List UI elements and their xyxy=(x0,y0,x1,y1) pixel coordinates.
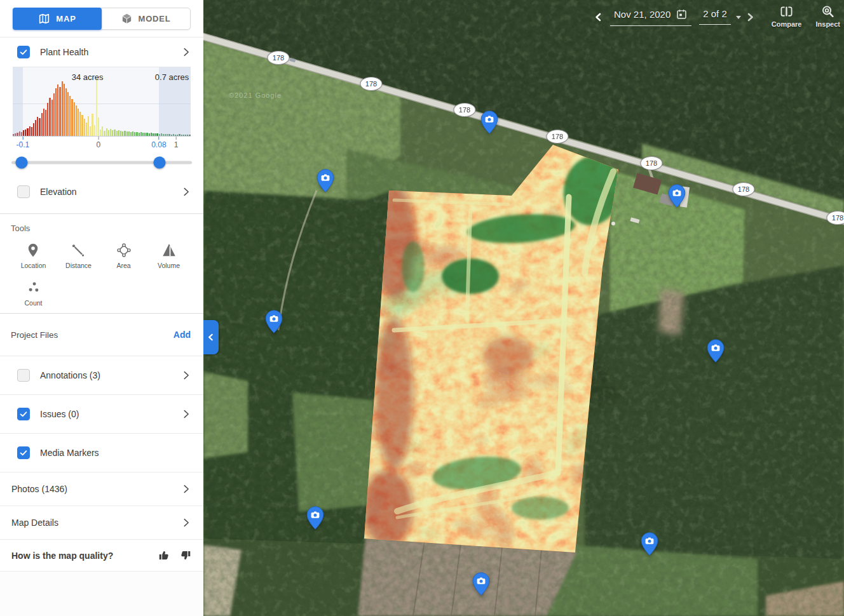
prev-date-button[interactable] xyxy=(591,10,606,25)
camera-marker[interactable] xyxy=(472,572,490,599)
histogram-baseline xyxy=(13,136,191,137)
route-shield: 178 xyxy=(454,103,476,117)
model-tab[interactable]: MODEL xyxy=(101,8,190,29)
axis-tick: 1 xyxy=(174,137,179,149)
plant-health-range-slider xyxy=(11,154,192,171)
chevron-right-icon xyxy=(180,483,192,495)
tool-label: Count xyxy=(24,299,42,307)
media-markers-row[interactable]: Media Markers xyxy=(0,434,203,472)
view-toggle: MAP MODEL xyxy=(13,8,191,30)
project-files-label: Project Files xyxy=(11,330,58,340)
map-version-selector[interactable]: 2 of 2 xyxy=(699,4,731,25)
camera-marker[interactable] xyxy=(707,339,725,366)
route-shield: 178 xyxy=(360,77,383,91)
photos-label: Photos (1436) xyxy=(11,484,67,494)
inspect-icon xyxy=(820,4,835,19)
distance-tool[interactable]: Distance xyxy=(65,242,92,269)
camera-marker[interactable] xyxy=(306,506,324,533)
map-quality-label: How is the map quality? xyxy=(11,551,113,561)
elevation-label: Elevation xyxy=(40,187,77,197)
route-shield: 178 xyxy=(641,156,663,170)
route-shield: 178 xyxy=(268,51,290,65)
volume-tool[interactable]: Volume xyxy=(158,242,180,269)
compare-label: Compare xyxy=(772,20,802,28)
route-shield: 178 xyxy=(827,211,844,225)
map-canvas[interactable]: ©2021 Google 178178178178178178178 Nov 2… xyxy=(203,0,844,616)
chevron-right-icon xyxy=(180,370,192,381)
map-toolbar: Nov 21, 2020 2 of 2 Compare Inspect xyxy=(591,4,840,28)
map-tab-label: MAP xyxy=(56,14,76,23)
sidebar-collapse-button[interactable] xyxy=(203,320,219,354)
histogram-dim-left xyxy=(13,67,23,137)
slider-handle-max[interactable] xyxy=(154,157,166,169)
elevation-row[interactable]: Elevation xyxy=(0,175,203,208)
map-tab[interactable]: MAP xyxy=(13,8,102,30)
thumbs-up-icon[interactable] xyxy=(158,549,171,562)
chevron-right-icon xyxy=(742,10,758,25)
compare-button[interactable]: Compare xyxy=(772,4,802,28)
map-version-label: 2 of 2 xyxy=(703,8,727,19)
annotations-label: Annotations (3) xyxy=(40,370,100,380)
date-label: Nov 21, 2020 xyxy=(614,9,670,20)
check-icon xyxy=(18,448,29,458)
plant-health-histogram: 34 acres 0.7 acres xyxy=(13,67,191,137)
histogram-axis: -0.100.081 xyxy=(13,137,191,151)
issues-checkbox[interactable] xyxy=(17,408,30,420)
tool-label: Volume xyxy=(158,262,180,269)
media-markers-label: Media Markers xyxy=(40,448,99,458)
axis-tick: 0 xyxy=(97,137,101,149)
cube-icon xyxy=(121,13,133,25)
camera-marker[interactable] xyxy=(641,532,658,559)
chevron-right-icon xyxy=(180,186,192,198)
camera-marker[interactable] xyxy=(668,184,686,211)
model-tab-label: MODEL xyxy=(139,14,171,23)
camera-marker[interactable] xyxy=(480,110,498,137)
histogram-annotation-left: 34 acres xyxy=(72,72,104,82)
axis-tick: -0.1 xyxy=(17,137,30,149)
satellite-basemap xyxy=(203,0,844,616)
count-icon xyxy=(25,279,42,296)
camera-marker[interactable] xyxy=(316,169,334,196)
caret-down-icon xyxy=(735,13,742,21)
plant-health-checkbox[interactable] xyxy=(17,46,30,58)
tools-grid: Location Distance Area Volume Count xyxy=(11,242,203,307)
next-date-button[interactable] xyxy=(742,10,758,25)
count-tool[interactable]: Count xyxy=(24,279,42,307)
annotations-checkbox[interactable] xyxy=(17,369,30,382)
photos-row[interactable]: Photos (1436) xyxy=(0,472,203,506)
imagery-watermark: ©2021 Google xyxy=(229,91,282,99)
route-shield: 178 xyxy=(547,130,569,144)
map-details-label: Map Details xyxy=(11,518,58,528)
route-shield: 178 xyxy=(733,182,755,196)
slider-handle-min[interactable] xyxy=(16,157,28,169)
check-icon xyxy=(18,409,29,419)
map-details-row[interactable]: Map Details xyxy=(0,506,203,540)
compare-icon xyxy=(779,4,794,19)
tools-section: Tools Location Distance Area Volume xyxy=(0,214,203,313)
distance-icon xyxy=(70,242,86,258)
thumbs-down-icon[interactable] xyxy=(179,549,192,562)
date-selector[interactable]: Nov 21, 2020 xyxy=(610,4,691,26)
map-quality-row: How is the map quality? xyxy=(0,540,203,572)
chevron-right-icon xyxy=(180,46,192,58)
add-project-file-button[interactable]: Add xyxy=(174,330,191,340)
app-window: MAP MODEL Plant Health 34 acres 0.7 acre… xyxy=(0,0,844,616)
sidebar-filler xyxy=(0,572,203,616)
elevation-checkbox[interactable] xyxy=(17,185,30,198)
location-tool[interactable]: Location xyxy=(21,242,46,269)
check-icon xyxy=(18,47,29,57)
chevron-right-icon xyxy=(180,517,192,528)
camera-marker[interactable] xyxy=(265,310,283,337)
issues-row[interactable]: Issues (0) xyxy=(0,395,203,434)
area-icon xyxy=(116,242,132,258)
histogram-annotation-right: 0.7 acres xyxy=(155,72,189,82)
media-markers-checkbox[interactable] xyxy=(17,446,30,459)
area-tool[interactable]: Area xyxy=(116,242,132,269)
tool-label: Location xyxy=(21,262,46,269)
version-dropdown-caret[interactable] xyxy=(735,12,742,23)
plant-health-row[interactable]: Plant Health xyxy=(0,37,203,67)
inspect-button[interactable]: Inspect xyxy=(815,4,840,28)
annotations-row[interactable]: Annotations (3) xyxy=(0,356,203,395)
axis-tick: 0.08 xyxy=(151,137,166,149)
tool-label: Area xyxy=(116,262,130,269)
